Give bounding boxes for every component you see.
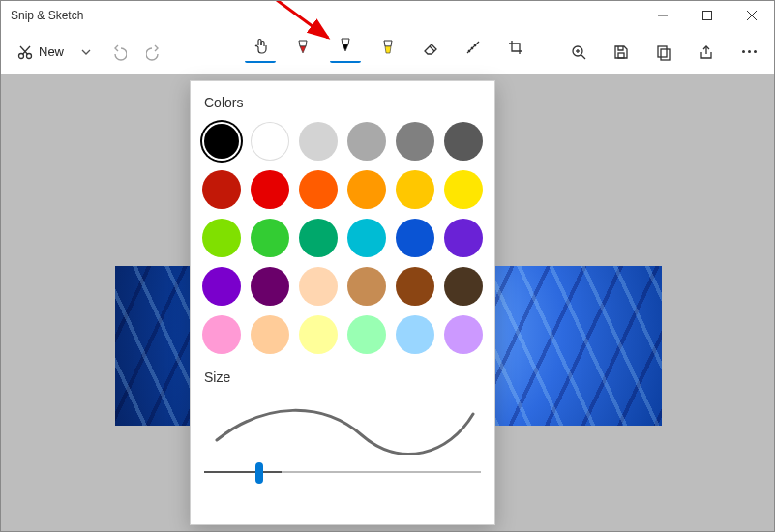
maximize-button[interactable] <box>685 1 730 30</box>
new-button-label: New <box>39 44 64 59</box>
color-swatch[interactable] <box>251 219 289 257</box>
color-swatch[interactable] <box>299 267 338 306</box>
new-button[interactable]: New <box>11 40 70 65</box>
pen-black-icon <box>338 37 353 54</box>
highlighter-button[interactable] <box>373 32 403 63</box>
ruler-icon <box>464 39 482 56</box>
color-swatch[interactable] <box>396 170 434 209</box>
share-icon <box>698 44 715 61</box>
svg-line-10 <box>581 55 585 59</box>
new-dropdown[interactable] <box>75 39 97 66</box>
more-button[interactable] <box>733 37 764 68</box>
touch-icon <box>252 37 269 54</box>
save-icon <box>612 44 630 61</box>
ruler-button[interactable] <box>458 32 489 63</box>
snip-icon <box>16 44 34 61</box>
copy-icon <box>655 44 672 61</box>
slider-track-filled <box>204 471 282 473</box>
chevron-down-icon <box>80 46 92 58</box>
color-swatch[interactable] <box>299 122 338 161</box>
toolbar-left-group: New <box>11 37 170 68</box>
zoom-button[interactable] <box>563 37 594 68</box>
color-swatch[interactable] <box>347 267 386 306</box>
undo-icon <box>109 44 127 61</box>
color-swatch[interactable] <box>396 219 434 257</box>
color-swatch[interactable] <box>396 315 434 354</box>
svg-rect-15 <box>661 49 670 60</box>
toolbar-right-group <box>563 37 764 68</box>
color-swatch[interactable] <box>444 122 483 161</box>
window-title: Snip & Sketch <box>11 9 83 22</box>
color-swatch[interactable] <box>444 315 483 354</box>
color-swatch[interactable] <box>202 267 241 306</box>
color-swatch[interactable] <box>251 170 289 209</box>
color-swatch[interactable] <box>251 267 289 306</box>
crop-icon <box>507 39 524 56</box>
color-swatch[interactable] <box>202 122 241 161</box>
color-swatch[interactable] <box>347 122 386 161</box>
size-slider[interactable] <box>204 458 481 486</box>
eraser-button[interactable] <box>415 32 446 63</box>
caption-buttons <box>641 1 774 30</box>
size-heading: Size <box>204 369 481 385</box>
redo-button[interactable] <box>139 37 170 68</box>
color-swatch[interactable] <box>396 122 434 161</box>
copy-button[interactable] <box>648 37 679 68</box>
svg-rect-14 <box>658 46 667 57</box>
touch-writing-button[interactable] <box>245 32 276 63</box>
toolbar-center-group <box>245 32 531 63</box>
color-swatch[interactable] <box>299 315 338 354</box>
slider-thumb[interactable] <box>255 462 263 484</box>
slider-track-rest <box>282 471 481 473</box>
pencil-button[interactable] <box>330 32 361 63</box>
pen-settings-flyout: Colors Size <box>190 80 495 525</box>
svg-rect-1 <box>703 12 712 20</box>
crop-button[interactable] <box>500 32 531 63</box>
color-swatch[interactable] <box>347 219 386 257</box>
color-swatch[interactable] <box>444 267 483 306</box>
ellipsis-icon <box>742 50 757 53</box>
color-swatch[interactable] <box>396 267 434 306</box>
pen-red-icon <box>295 39 311 56</box>
highlighter-icon <box>380 39 396 56</box>
svg-rect-13 <box>618 53 624 58</box>
color-swatch[interactable] <box>347 315 386 354</box>
color-swatch[interactable] <box>299 219 338 257</box>
size-preview-stroke <box>204 397 481 455</box>
share-button[interactable] <box>691 37 722 68</box>
minimize-button[interactable] <box>641 1 685 30</box>
redo-icon <box>146 44 164 61</box>
undo-button[interactable] <box>103 37 134 68</box>
color-swatches <box>204 122 481 354</box>
save-button[interactable] <box>606 37 637 68</box>
zoom-icon <box>570 44 587 61</box>
color-swatch[interactable] <box>299 170 338 209</box>
color-swatch[interactable] <box>202 170 241 209</box>
colors-heading: Colors <box>204 95 481 110</box>
ballpoint-pen-button[interactable] <box>287 32 318 63</box>
color-swatch[interactable] <box>202 315 241 354</box>
color-swatch[interactable] <box>251 315 289 354</box>
toolbar: New <box>1 30 774 74</box>
color-swatch[interactable] <box>202 219 241 257</box>
titlebar: Snip & Sketch <box>1 1 774 30</box>
color-swatch[interactable] <box>444 170 483 209</box>
eraser-icon <box>422 39 439 56</box>
color-swatch[interactable] <box>347 170 386 209</box>
close-button[interactable] <box>730 1 774 30</box>
color-swatch[interactable] <box>251 122 289 161</box>
color-swatch[interactable] <box>444 219 483 257</box>
